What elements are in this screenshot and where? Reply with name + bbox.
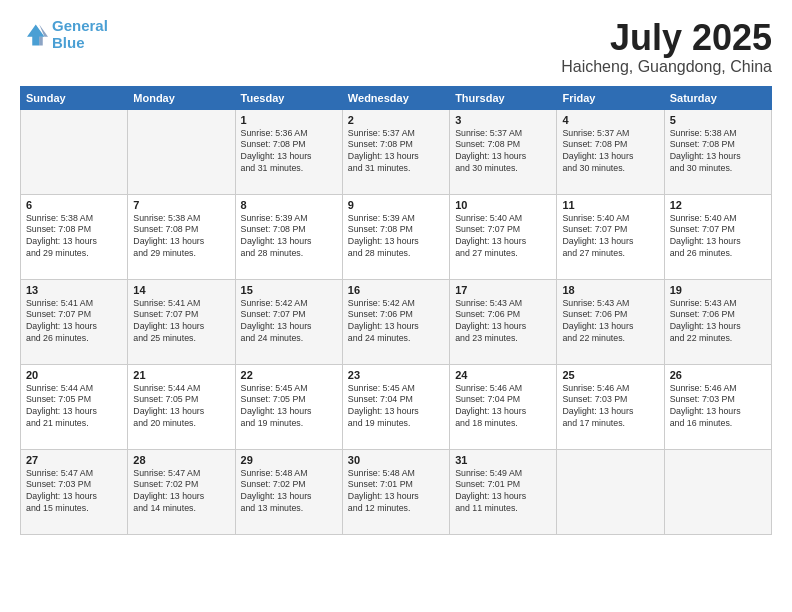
calendar-cell: 20Sunrise: 5:44 AM Sunset: 7:05 PM Dayli…	[21, 364, 128, 449]
day-detail: Sunrise: 5:37 AM Sunset: 7:08 PM Dayligh…	[455, 128, 551, 176]
day-detail: Sunrise: 5:37 AM Sunset: 7:08 PM Dayligh…	[562, 128, 658, 176]
day-number: 31	[455, 454, 551, 466]
weekday-header-saturday: Saturday	[664, 86, 771, 109]
calendar-cell: 6Sunrise: 5:38 AM Sunset: 7:08 PM Daylig…	[21, 194, 128, 279]
day-detail: Sunrise: 5:48 AM Sunset: 7:01 PM Dayligh…	[348, 468, 444, 516]
calendar-cell: 22Sunrise: 5:45 AM Sunset: 7:05 PM Dayli…	[235, 364, 342, 449]
calendar-cell	[664, 449, 771, 534]
week-row-4: 20Sunrise: 5:44 AM Sunset: 7:05 PM Dayli…	[21, 364, 772, 449]
calendar-cell: 15Sunrise: 5:42 AM Sunset: 7:07 PM Dayli…	[235, 279, 342, 364]
month-title: July 2025	[561, 18, 772, 58]
day-number: 4	[562, 114, 658, 126]
day-detail: Sunrise: 5:46 AM Sunset: 7:03 PM Dayligh…	[670, 383, 766, 431]
day-detail: Sunrise: 5:38 AM Sunset: 7:08 PM Dayligh…	[26, 213, 122, 261]
day-number: 13	[26, 284, 122, 296]
day-detail: Sunrise: 5:44 AM Sunset: 7:05 PM Dayligh…	[26, 383, 122, 431]
day-detail: Sunrise: 5:38 AM Sunset: 7:08 PM Dayligh…	[133, 213, 229, 261]
title-block: July 2025 Haicheng, Guangdong, China	[561, 18, 772, 76]
calendar-cell: 26Sunrise: 5:46 AM Sunset: 7:03 PM Dayli…	[664, 364, 771, 449]
calendar-cell: 17Sunrise: 5:43 AM Sunset: 7:06 PM Dayli…	[450, 279, 557, 364]
calendar-cell: 10Sunrise: 5:40 AM Sunset: 7:07 PM Dayli…	[450, 194, 557, 279]
day-number: 17	[455, 284, 551, 296]
day-number: 24	[455, 369, 551, 381]
day-number: 7	[133, 199, 229, 211]
calendar-cell: 4Sunrise: 5:37 AM Sunset: 7:08 PM Daylig…	[557, 109, 664, 194]
day-number: 16	[348, 284, 444, 296]
calendar-cell: 7Sunrise: 5:38 AM Sunset: 7:08 PM Daylig…	[128, 194, 235, 279]
calendar-table: SundayMondayTuesdayWednesdayThursdayFrid…	[20, 86, 772, 535]
day-detail: Sunrise: 5:45 AM Sunset: 7:04 PM Dayligh…	[348, 383, 444, 431]
day-number: 23	[348, 369, 444, 381]
weekday-header-monday: Monday	[128, 86, 235, 109]
day-number: 10	[455, 199, 551, 211]
header: General Blue July 2025 Haicheng, Guangdo…	[20, 18, 772, 76]
day-number: 29	[241, 454, 337, 466]
week-row-3: 13Sunrise: 5:41 AM Sunset: 7:07 PM Dayli…	[21, 279, 772, 364]
calendar-cell: 19Sunrise: 5:43 AM Sunset: 7:06 PM Dayli…	[664, 279, 771, 364]
day-number: 25	[562, 369, 658, 381]
day-number: 20	[26, 369, 122, 381]
calendar-cell: 2Sunrise: 5:37 AM Sunset: 7:08 PM Daylig…	[342, 109, 449, 194]
logo-text: General Blue	[52, 18, 108, 51]
day-number: 11	[562, 199, 658, 211]
weekday-header-row: SundayMondayTuesdayWednesdayThursdayFrid…	[21, 86, 772, 109]
day-detail: Sunrise: 5:43 AM Sunset: 7:06 PM Dayligh…	[455, 298, 551, 346]
day-number: 22	[241, 369, 337, 381]
day-number: 19	[670, 284, 766, 296]
day-detail: Sunrise: 5:43 AM Sunset: 7:06 PM Dayligh…	[562, 298, 658, 346]
calendar-cell: 13Sunrise: 5:41 AM Sunset: 7:07 PM Dayli…	[21, 279, 128, 364]
day-number: 21	[133, 369, 229, 381]
day-detail: Sunrise: 5:39 AM Sunset: 7:08 PM Dayligh…	[241, 213, 337, 261]
day-detail: Sunrise: 5:45 AM Sunset: 7:05 PM Dayligh…	[241, 383, 337, 431]
day-detail: Sunrise: 5:37 AM Sunset: 7:08 PM Dayligh…	[348, 128, 444, 176]
calendar-cell: 3Sunrise: 5:37 AM Sunset: 7:08 PM Daylig…	[450, 109, 557, 194]
week-row-2: 6Sunrise: 5:38 AM Sunset: 7:08 PM Daylig…	[21, 194, 772, 279]
calendar-cell	[21, 109, 128, 194]
day-number: 1	[241, 114, 337, 126]
day-number: 26	[670, 369, 766, 381]
calendar-cell: 11Sunrise: 5:40 AM Sunset: 7:07 PM Dayli…	[557, 194, 664, 279]
day-number: 30	[348, 454, 444, 466]
calendar-cell: 30Sunrise: 5:48 AM Sunset: 7:01 PM Dayli…	[342, 449, 449, 534]
day-detail: Sunrise: 5:41 AM Sunset: 7:07 PM Dayligh…	[133, 298, 229, 346]
calendar-cell: 24Sunrise: 5:46 AM Sunset: 7:04 PM Dayli…	[450, 364, 557, 449]
day-detail: Sunrise: 5:48 AM Sunset: 7:02 PM Dayligh…	[241, 468, 337, 516]
day-number: 2	[348, 114, 444, 126]
calendar-cell	[128, 109, 235, 194]
day-number: 12	[670, 199, 766, 211]
location-title: Haicheng, Guangdong, China	[561, 58, 772, 76]
day-detail: Sunrise: 5:40 AM Sunset: 7:07 PM Dayligh…	[562, 213, 658, 261]
calendar-cell: 23Sunrise: 5:45 AM Sunset: 7:04 PM Dayli…	[342, 364, 449, 449]
day-detail: Sunrise: 5:36 AM Sunset: 7:08 PM Dayligh…	[241, 128, 337, 176]
weekday-header-wednesday: Wednesday	[342, 86, 449, 109]
day-detail: Sunrise: 5:40 AM Sunset: 7:07 PM Dayligh…	[670, 213, 766, 261]
day-number: 28	[133, 454, 229, 466]
calendar-cell: 31Sunrise: 5:49 AM Sunset: 7:01 PM Dayli…	[450, 449, 557, 534]
day-number: 3	[455, 114, 551, 126]
day-detail: Sunrise: 5:43 AM Sunset: 7:06 PM Dayligh…	[670, 298, 766, 346]
day-detail: Sunrise: 5:42 AM Sunset: 7:07 PM Dayligh…	[241, 298, 337, 346]
day-detail: Sunrise: 5:42 AM Sunset: 7:06 PM Dayligh…	[348, 298, 444, 346]
calendar-cell: 16Sunrise: 5:42 AM Sunset: 7:06 PM Dayli…	[342, 279, 449, 364]
calendar-cell: 29Sunrise: 5:48 AM Sunset: 7:02 PM Dayli…	[235, 449, 342, 534]
day-detail: Sunrise: 5:39 AM Sunset: 7:08 PM Dayligh…	[348, 213, 444, 261]
calendar-cell: 8Sunrise: 5:39 AM Sunset: 7:08 PM Daylig…	[235, 194, 342, 279]
day-number: 9	[348, 199, 444, 211]
calendar-cell: 21Sunrise: 5:44 AM Sunset: 7:05 PM Dayli…	[128, 364, 235, 449]
day-number: 27	[26, 454, 122, 466]
calendar-cell: 9Sunrise: 5:39 AM Sunset: 7:08 PM Daylig…	[342, 194, 449, 279]
calendar-cell: 27Sunrise: 5:47 AM Sunset: 7:03 PM Dayli…	[21, 449, 128, 534]
day-number: 14	[133, 284, 229, 296]
day-detail: Sunrise: 5:41 AM Sunset: 7:07 PM Dayligh…	[26, 298, 122, 346]
calendar-cell: 14Sunrise: 5:41 AM Sunset: 7:07 PM Dayli…	[128, 279, 235, 364]
day-number: 6	[26, 199, 122, 211]
day-number: 5	[670, 114, 766, 126]
week-row-1: 1Sunrise: 5:36 AM Sunset: 7:08 PM Daylig…	[21, 109, 772, 194]
day-detail: Sunrise: 5:49 AM Sunset: 7:01 PM Dayligh…	[455, 468, 551, 516]
weekday-header-thursday: Thursday	[450, 86, 557, 109]
day-number: 18	[562, 284, 658, 296]
logo: General Blue	[20, 18, 108, 51]
page: General Blue July 2025 Haicheng, Guangdo…	[0, 0, 792, 612]
calendar-cell: 28Sunrise: 5:47 AM Sunset: 7:02 PM Dayli…	[128, 449, 235, 534]
day-detail: Sunrise: 5:40 AM Sunset: 7:07 PM Dayligh…	[455, 213, 551, 261]
